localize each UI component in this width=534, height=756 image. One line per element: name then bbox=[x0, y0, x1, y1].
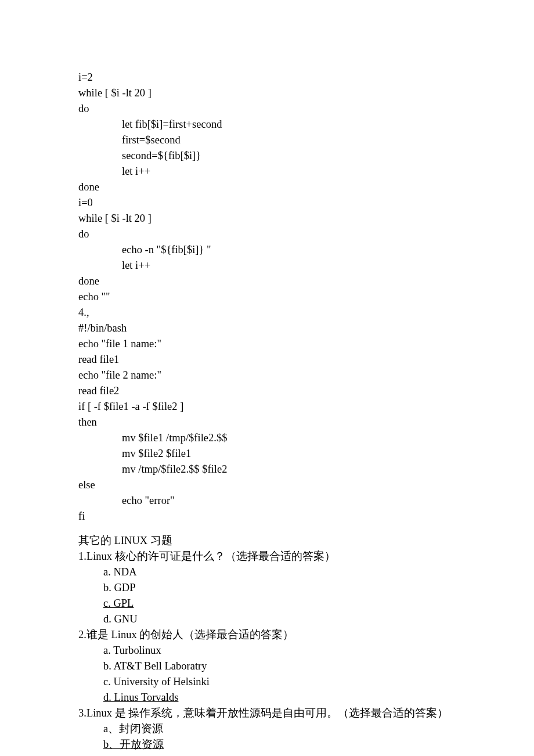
option-2b: b. AT&T Bell Laboratry bbox=[78, 658, 456, 674]
option-3b-answer: b、开放资源 bbox=[78, 737, 456, 753]
code-line: let i++ bbox=[78, 258, 456, 273]
code-line: 4., bbox=[78, 305, 456, 321]
heading-text-zh: 其它的 bbox=[78, 535, 114, 546]
document-page: i=2 while [ $i -lt 20 ] do let fib[$i]=f… bbox=[0, 0, 534, 756]
code-line: done bbox=[78, 179, 456, 195]
code-line: second=${fib[$i]} bbox=[78, 148, 456, 164]
option-2a: a. Turbolinux bbox=[78, 643, 456, 658]
code-line: first=$second bbox=[78, 132, 456, 148]
code-line: read file2 bbox=[78, 383, 456, 399]
code-line: mv $file1 /tmp/$file2.$$ bbox=[78, 430, 456, 446]
question-3: 3.Linux 是 操作系统，意味着开放性源码是自由可用。（选择最合适的答案） bbox=[78, 705, 456, 721]
code-line: done bbox=[78, 273, 456, 289]
code-line: echo "file 2 name:" bbox=[78, 368, 456, 383]
heading-text-zh2: 习题 bbox=[150, 535, 172, 546]
code-line: read file1 bbox=[78, 352, 456, 368]
section-heading: 其它的 LINUX 习题 bbox=[78, 533, 456, 549]
code-line: echo "file 1 name:" bbox=[78, 336, 456, 352]
code-line: do bbox=[78, 101, 456, 117]
code-line: echo "" bbox=[78, 289, 456, 305]
code-line: mv /tmp/$file2.$$ $file2 bbox=[78, 462, 456, 477]
question-2: 2.谁是 Linux 的创始人（选择最合适的答案） bbox=[78, 627, 456, 643]
code-line: #!/bin/bash bbox=[78, 321, 456, 336]
option-2d-answer: d. Linus Torvalds bbox=[78, 690, 456, 705]
heading-text-en: LINUX bbox=[114, 535, 150, 546]
code-line: if [ -f $file1 -a -f $file2 ] bbox=[78, 399, 456, 415]
option-1a: a. NDA bbox=[78, 564, 456, 580]
code-line: do bbox=[78, 226, 456, 242]
code-line: echo -n "${fib[$i]} " bbox=[78, 242, 456, 258]
code-line: let fib[$i]=first+second bbox=[78, 117, 456, 132]
option-1d: d. GNU bbox=[78, 611, 456, 627]
code-line: then bbox=[78, 415, 456, 430]
code-line: else bbox=[78, 477, 456, 493]
code-line: mv $file2 $file1 bbox=[78, 446, 456, 462]
code-line: i=0 bbox=[78, 195, 456, 211]
code-line: let i++ bbox=[78, 164, 456, 179]
option-1c-answer: c. GPL bbox=[78, 596, 456, 611]
code-line: i=2 bbox=[78, 70, 456, 85]
option-3a: a、封闭资源 bbox=[78, 721, 456, 737]
code-line: while [ $i -lt 20 ] bbox=[78, 211, 456, 226]
option-2c: c. University of Helsinki bbox=[78, 674, 456, 690]
code-line: echo "error" bbox=[78, 493, 456, 509]
spacer bbox=[78, 524, 456, 533]
question-1: 1.Linux 核心的许可证是什么？（选择最合适的答案） bbox=[78, 549, 456, 564]
code-line: while [ $i -lt 20 ] bbox=[78, 85, 456, 101]
option-1b: b. GDP bbox=[78, 580, 456, 596]
code-line: fi bbox=[78, 509, 456, 524]
